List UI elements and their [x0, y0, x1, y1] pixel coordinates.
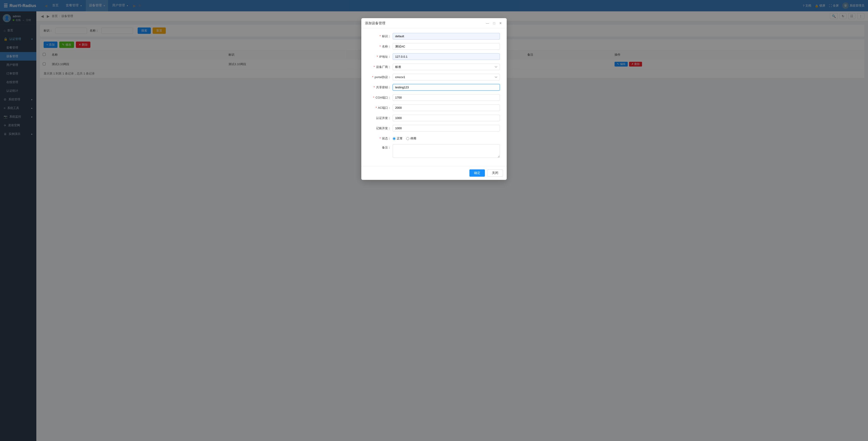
- radio-status-disabled[interactable]: 停用: [406, 136, 416, 140]
- form-row-coa: * COA端口：: [368, 94, 500, 101]
- form-row-remark: 备注：: [368, 144, 500, 158]
- form-label-portal: * portal协议：: [368, 74, 391, 79]
- textarea-remark[interactable]: [393, 144, 500, 158]
- radio-disabled-input[interactable]: [406, 137, 409, 140]
- form-row-name: * 名称：: [368, 43, 500, 50]
- modal-title: 添加设备管理: [365, 21, 385, 25]
- form-row-status: * 状态： 正常 停用: [368, 135, 500, 140]
- modal-maximize-button[interactable]: □: [492, 21, 496, 25]
- modal-close-button[interactable]: ✕: [498, 21, 503, 25]
- form-row-portal: * portal协议： cmccv1 cmccv2 v1 v2: [368, 74, 500, 81]
- required-star-ac-port: *: [376, 106, 377, 109]
- form-label-ac-port: * AC端口：: [368, 104, 391, 110]
- form-row-vendor: * 设备厂商： 标准 华为 中兴 锐捷: [368, 64, 500, 70]
- modal-confirm-button[interactable]: 确定: [469, 169, 485, 177]
- radio-normal-input[interactable]: [393, 137, 396, 140]
- required-star-status: *: [379, 137, 381, 140]
- form-label-name: * 名称：: [368, 43, 391, 49]
- required-star-secret: *: [374, 86, 375, 89]
- input-ip[interactable]: [393, 53, 500, 60]
- input-name[interactable]: [393, 43, 500, 50]
- modal-dialog: 添加设备管理 — □ ✕ * 标识： * 名称：: [361, 18, 507, 180]
- required-star-coa: *: [373, 96, 374, 99]
- form-label-ip: * IP地址：: [368, 53, 391, 59]
- input-secret[interactable]: [393, 84, 500, 91]
- form-label-secret: * 共享密钥：: [368, 84, 391, 90]
- radio-status-normal[interactable]: 正常: [393, 136, 403, 140]
- select-vendor[interactable]: 标准 华为 中兴 锐捷: [393, 64, 500, 70]
- form-label-biaozheng: * 标识：: [368, 33, 391, 38]
- form-row-auth-concurrent: 认证并发：: [368, 115, 500, 121]
- form-label-billing-concurrent: 记账并发：: [368, 125, 391, 130]
- modal-header-actions: — □ ✕: [485, 21, 503, 25]
- form-label-vendor: * 设备厂商：: [368, 64, 391, 69]
- select-portal[interactable]: cmccv1 cmccv2 v1 v2: [393, 74, 500, 81]
- form-label-auth-concurrent: 认证并发：: [368, 115, 391, 120]
- input-ac-port[interactable]: [393, 104, 500, 111]
- input-coa[interactable]: [393, 94, 500, 101]
- input-auth-concurrent[interactable]: [393, 115, 500, 121]
- modal-header: 添加设备管理 — □ ✕: [361, 18, 507, 28]
- form-label-coa: * COA端口：: [368, 94, 391, 100]
- form-label-status: * 状态：: [368, 135, 391, 140]
- form-row-secret: * 共享密钥：: [368, 84, 500, 91]
- form-row-billing-concurrent: 记账并发：: [368, 125, 500, 131]
- required-star-portal: *: [372, 75, 373, 79]
- input-billing-concurrent[interactable]: [393, 125, 500, 131]
- modal-minimize-button[interactable]: —: [485, 21, 490, 25]
- required-star-ip: *: [377, 55, 378, 58]
- required-star-vendor: *: [374, 65, 375, 69]
- modal-footer: 确定 关闭: [361, 166, 507, 180]
- form-row-ac-port: * AC端口：: [368, 104, 500, 111]
- input-biaozheng[interactable]: [393, 33, 500, 39]
- form-label-remark: 备注：: [368, 144, 391, 150]
- modal-body: * 标识： * 名称： * IP地址： * 设备厂商: [361, 28, 507, 166]
- form-row-biaozheng: * 标识：: [368, 33, 500, 39]
- required-star-name: *: [379, 45, 381, 48]
- required-star: *: [379, 34, 381, 38]
- radio-group-status: 正常 停用: [393, 135, 416, 140]
- modal-overlay: 添加设备管理 — □ ✕ * 标识： * 名称：: [0, 0, 868, 441]
- modal-cancel-button[interactable]: 关闭: [487, 169, 503, 177]
- radio-normal-label: 正常: [397, 136, 403, 140]
- radio-disabled-label: 停用: [410, 136, 416, 140]
- form-row-ip: * IP地址：: [368, 53, 500, 60]
